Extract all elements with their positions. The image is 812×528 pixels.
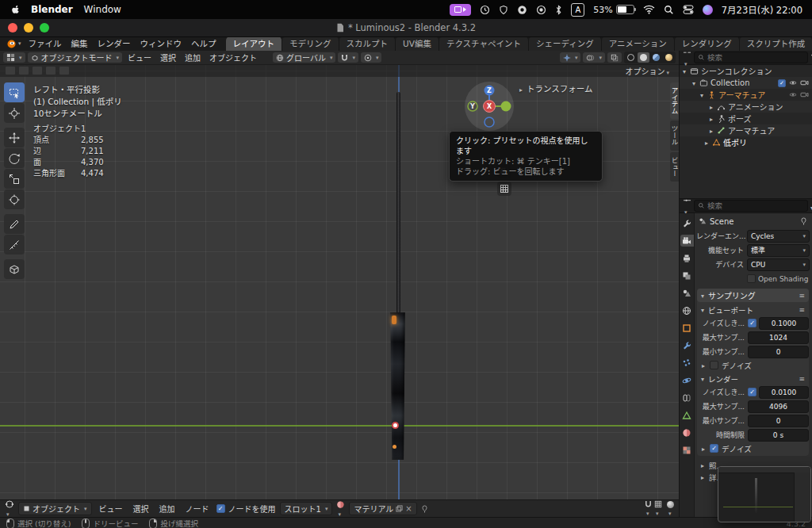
props-tab-render[interactable] <box>680 235 694 247</box>
overlays-dropdown[interactable] <box>583 52 605 63</box>
shading-solid-button[interactable] <box>638 52 649 63</box>
sampling-panel-header[interactable]: サンプリング <box>697 289 809 302</box>
gizmo-z-label[interactable]: Z <box>487 87 492 94</box>
eye-icon[interactable] <box>788 79 798 86</box>
outliner-search-input[interactable] <box>707 53 804 62</box>
props-tab-texture[interactable] <box>680 444 694 456</box>
render-min-samples-value[interactable]: 0 <box>748 415 809 427</box>
render-visibility-camera-icon[interactable] <box>800 79 809 86</box>
outliner-row-lowpoly-mesh[interactable]: 低ポリ <box>680 136 812 148</box>
wifi-icon[interactable] <box>643 5 655 14</box>
tool-measure[interactable] <box>4 235 25 254</box>
sidebar-tab-view[interactable]: ビュー <box>670 152 679 182</box>
tool-settings-icon-5[interactable] <box>59 66 70 75</box>
control-center-icon[interactable] <box>683 5 694 14</box>
props-tab-world[interactable] <box>680 304 694 316</box>
bluetooth-icon[interactable] <box>555 5 562 15</box>
sidebar-tab-tool[interactable]: ツール <box>670 121 679 151</box>
toggle-orthographic-button[interactable] <box>497 182 511 196</box>
spotlight-icon[interactable] <box>664 5 674 15</box>
viewport-3d[interactable]: オブジェクトモード ビュー 選択 追加 オブジェクト グローバル <box>0 51 679 499</box>
props-tab-material[interactable] <box>680 427 694 438</box>
props-tab-object[interactable] <box>680 322 694 334</box>
props-tab-modifiers[interactable] <box>680 339 694 351</box>
input-source-badge[interactable]: A <box>571 3 584 17</box>
viewport-min-samples-value[interactable]: 0 <box>748 346 809 358</box>
disclosure-closed-icon[interactable] <box>705 138 710 147</box>
snapping-dropdown[interactable] <box>338 52 358 63</box>
sampling-render-header[interactable]: レンダー <box>697 373 809 385</box>
props-tab-tool[interactable] <box>680 217 694 229</box>
tool-scale[interactable] <box>4 169 25 189</box>
tool-rotate[interactable] <box>4 148 25 168</box>
record-status-icon[interactable] <box>536 5 546 15</box>
viewport-noise-threshold-checkbox[interactable] <box>748 319 756 327</box>
outliner-row-armature-data[interactable]: アーマチュア <box>680 124 812 136</box>
shading-rendered-button[interactable] <box>663 52 675 63</box>
tab-layout[interactable]: レイアウト <box>226 36 283 51</box>
device-dropdown[interactable]: CPU <box>747 258 810 271</box>
sampling-viewport-header[interactable]: ビューポート <box>697 304 809 316</box>
shader-snapping-dropdown[interactable] <box>645 500 652 517</box>
tab-shading[interactable]: シェーディング <box>529 36 602 51</box>
menu-edit[interactable]: 編集 <box>67 36 93 51</box>
shading-wireframe-button[interactable] <box>625 52 637 63</box>
props-tab-object-data[interactable] <box>680 409 694 421</box>
shader-editor-type-button[interactable] <box>5 499 14 518</box>
unlink-material-icon[interactable] <box>405 505 412 513</box>
breadcrumb-scene-label[interactable]: Scene <box>710 217 734 226</box>
tool-settings-icon-3[interactable] <box>32 66 43 75</box>
tool-settings-icon-2[interactable] <box>18 66 29 75</box>
use-nodes-checkbox[interactable] <box>216 504 225 513</box>
disclosure-open-icon[interactable] <box>700 90 705 99</box>
gizmo-x-label[interactable]: X <box>487 103 492 110</box>
viewport-menu-object[interactable]: オブジェクト <box>206 52 260 63</box>
outliner-row-pose[interactable]: ポーズ <box>680 113 812 124</box>
blender-logo-icon[interactable] <box>4 36 24 51</box>
transform-orientation-dropdown[interactable]: グローバル <box>273 52 335 63</box>
outliner-search[interactable] <box>694 52 808 63</box>
menu-render[interactable]: レンダー <box>93 36 136 51</box>
disclosure-closed-icon[interactable] <box>710 126 714 135</box>
menu-help[interactable]: ヘルプ <box>186 36 221 51</box>
tab-sculpting[interactable]: スカルプト <box>339 36 396 51</box>
shader-menu-node[interactable]: ノード <box>182 503 213 515</box>
navigation-gizmo[interactable]: Z Y X <box>464 80 515 131</box>
menu-file[interactable]: ファイル <box>24 36 67 51</box>
tool-add-cube[interactable] <box>4 259 25 279</box>
menubar-app-name[interactable]: Blender <box>31 4 73 15</box>
menu-window[interactable]: ウィンドウ <box>136 36 187 51</box>
shader-menu-view[interactable]: ビュー <box>96 503 126 515</box>
render-engine-dropdown[interactable]: Cycles <box>747 230 810 243</box>
battery-indicator[interactable]: 53% <box>593 5 634 15</box>
props-tab-physics[interactable] <box>680 374 694 386</box>
shading-material-button[interactable] <box>650 52 662 63</box>
tool-move[interactable] <box>4 128 25 147</box>
preset-menu-icon[interactable] <box>799 375 805 383</box>
render-max-samples-value[interactable]: 4096 <box>748 400 809 413</box>
chat-status-icon[interactable] <box>517 5 527 15</box>
mesh-object-blade[interactable] <box>389 312 406 460</box>
viewport-denoise-row[interactable]: デノイズ <box>697 359 809 371</box>
outliner-row-armature-object[interactable]: アーマチュア <box>680 89 812 101</box>
eye-icon[interactable] <box>788 91 798 98</box>
render-noise-threshold-value[interactable]: 0.0100 <box>759 386 809 399</box>
tool-annotate[interactable] <box>4 214 25 234</box>
editor-type-button[interactable] <box>3 52 25 63</box>
shield-status-icon[interactable] <box>499 5 508 15</box>
properties-search[interactable] <box>694 200 808 212</box>
backdrop-toggle-2[interactable] <box>667 501 674 517</box>
viewport-menu-add[interactable]: 追加 <box>182 52 204 63</box>
render-denoise-checkbox[interactable] <box>710 444 718 453</box>
shader-overlay-dropdown[interactable] <box>654 500 662 517</box>
xray-toggle[interactable] <box>607 52 622 63</box>
props-tab-constraints[interactable] <box>680 392 694 404</box>
options-dropdown[interactable]: オプション <box>625 65 669 77</box>
viewport-max-samples-value[interactable]: 1024 <box>748 331 809 344</box>
menubar-datetime[interactable]: 7月23日(水) 22:00 <box>722 3 802 16</box>
preset-menu-icon[interactable] <box>799 292 805 300</box>
clock-status-icon[interactable] <box>480 5 490 15</box>
collection-checkbox[interactable] <box>778 79 786 87</box>
disclosure-open-icon[interactable] <box>692 78 697 87</box>
props-tab-scene[interactable] <box>680 287 694 299</box>
